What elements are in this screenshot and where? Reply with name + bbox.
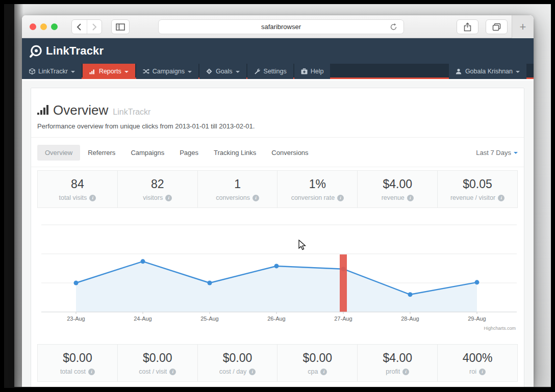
stat-value: $0.00 [278,351,357,365]
screenshot-frame: safaribrowser + [0,0,555,392]
nav-item-help[interactable]: Help [294,64,331,79]
brand-name: LinkTrackr [46,44,104,58]
svg-text:25-Aug: 25-Aug [200,316,218,322]
chevron-down-icon [71,71,75,73]
share-button[interactable] [457,19,478,34]
nav-label: Reports [99,68,121,75]
stat-value: $4.00 [358,351,437,365]
safari-window: safaribrowser + [22,15,534,387]
stat-cpa: $0.00cpai [278,345,358,381]
stat-label: visitors [143,194,163,201]
address-bar-text: safaribrowser [261,23,301,31]
chevron-down-icon [236,71,240,73]
tab-pages[interactable]: Pages [172,145,206,161]
svg-text:26-Aug: 26-Aug [267,316,285,322]
bar-chart-title-icon [37,105,48,115]
date-range-label: Last 7 Days [476,149,511,156]
info-icon[interactable]: i [249,369,256,375]
fullscreen-window-button[interactable] [51,23,58,30]
stat-label: revenue [382,194,405,201]
stat-value: 1 [198,177,278,191]
nav-item-linktrackr[interactable]: LinkTrackr [22,64,82,79]
reload-button[interactable] [390,23,397,33]
info-icon[interactable]: i [479,369,486,375]
stat-revenue: $4.00revenuei [358,171,438,207]
stat-label: revenue / visitor [450,194,495,201]
info-icon[interactable]: i [407,195,414,201]
area-chart-canvas: 23-Aug24-Aug25-Aug26-Aug27-Aug28-Aug29-A… [37,213,519,334]
stat-label: profit [386,368,400,375]
info-icon[interactable]: i [89,195,96,201]
shuffle-icon [143,68,149,75]
info-icon[interactable]: i [88,369,95,375]
diamond-icon [206,68,213,75]
stat-label: cpa [308,368,318,375]
report-tabs: Overview Referrers Campaigns Pages Track… [31,138,524,167]
user-menu[interactable]: Gobala Krishnan [449,64,526,79]
new-tab-button[interactable]: + [512,15,534,38]
desktop-background: safaribrowser + [14,4,551,387]
chart-credits[interactable]: Highcharts.com [484,326,516,331]
stat-total-visits: 84total visitsi [38,171,118,207]
close-window-button[interactable] [30,23,36,30]
nav-item-reports[interactable]: Reports [83,64,135,79]
svg-text:29-Aug: 29-Aug [468,316,486,322]
chevron-down-icon [124,71,129,73]
stat-label: cost / visit [139,368,167,375]
tab-overview[interactable]: Overview [37,145,80,161]
stat-cost-per-visit: $0.00cost / visiti [118,345,198,381]
nav-label: Help [311,68,324,75]
stat-value: 82 [118,177,197,191]
address-bar[interactable]: safaribrowser [158,19,404,34]
page-content: Overview LinkTrackr Performance overview… [22,81,534,387]
nav-item-goals[interactable]: Goals [199,64,246,79]
tab-conversions[interactable]: Conversions [264,145,316,161]
stat-label: conversions [216,194,250,201]
forward-button[interactable] [87,20,102,34]
stat-revenue-per-visitor: $0.05revenue / visitori [438,171,517,207]
info-icon[interactable]: i [337,195,344,201]
tab-referrers[interactable]: Referrers [80,145,123,161]
visits-chart[interactable]: 23-Aug24-Aug25-Aug26-Aug27-Aug28-Aug29-A… [37,213,518,334]
stat-value: 1% [278,177,357,191]
info-icon[interactable]: i [165,195,172,201]
svg-text:23-Aug: 23-Aug [67,316,85,322]
nav-item-campaigns[interactable]: Campaigns [136,64,198,79]
show-tabs-button[interactable] [486,19,508,34]
stat-value: $0.00 [118,351,197,365]
nav-label: Campaigns [153,68,185,75]
minimize-window-button[interactable] [40,23,47,30]
page-subtitle: Performance overview from unique clicks … [37,122,518,130]
info-icon[interactable]: i [320,369,327,375]
stat-profit: $4.00profiti [358,345,438,381]
tabs-overview-icon [492,23,501,31]
info-icon[interactable]: i [253,195,259,201]
info-icon[interactable]: i [498,195,504,201]
stats-panel-top: 84total visitsi 82visitorsi 1conversions… [37,170,518,208]
reload-icon [390,23,397,31]
main-navbar: LinkTrackr Reports Campaigns Goals Setti… [22,64,534,79]
nav-label: Settings [264,68,287,75]
sidebar-toggle-button[interactable] [111,19,130,34]
date-range-dropdown[interactable]: Last 7 Days [476,149,518,156]
chevron-down-icon [188,71,192,73]
bar-chart-icon [89,68,96,75]
svg-text:27-Aug: 27-Aug [334,316,352,322]
card-header: Overview LinkTrackr Performance overview… [31,88,524,138]
wrench-icon [254,68,261,75]
app-logo[interactable]: LinkTrackr [29,44,104,58]
info-icon[interactable]: i [169,369,176,375]
back-button[interactable] [72,20,87,34]
stat-value: $0.05 [438,177,517,191]
nav-item-settings[interactable]: Settings [247,64,293,79]
stat-label: conversion rate [291,194,335,201]
medkit-icon [301,68,308,75]
app-header: LinkTrackr [22,38,534,64]
stat-roi: 400%roii [438,345,517,381]
tab-tracking-links[interactable]: Tracking Links [206,145,264,161]
stat-label: total visits [59,194,87,201]
history-nav-group [71,19,102,34]
plus-icon: + [520,20,526,34]
tab-campaigns[interactable]: Campaigns [123,145,172,161]
info-icon[interactable]: i [402,369,409,375]
